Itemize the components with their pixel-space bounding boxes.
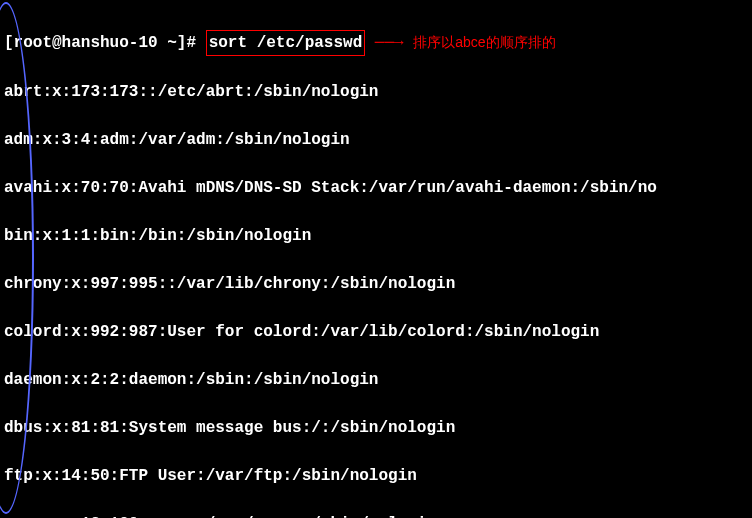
command-text: sort /etc/passwd	[209, 34, 363, 52]
output-line: abrt:x:173:173::/etc/abrt:/sbin/nologin	[4, 80, 748, 104]
output-line: ftp:x:14:50:FTP User:/var/ftp:/sbin/nolo…	[4, 464, 748, 488]
shell-prompt: [root@hanshuo-10 ~]#	[4, 34, 206, 52]
command-highlight-box: sort /etc/passwd	[206, 30, 366, 56]
output-line: chrony:x:997:995::/var/lib/chrony:/sbin/…	[4, 272, 748, 296]
command-line: [root@hanshuo-10 ~]# sort /etc/passwd ──…	[4, 30, 748, 56]
output-line: colord:x:992:987:User for colord:/var/li…	[4, 320, 748, 344]
output-line: avahi:x:70:70:Avahi mDNS/DNS-SD Stack:/v…	[4, 176, 748, 200]
annotation-text: 排序以abce的顺序排的	[413, 34, 555, 50]
output-line: adm:x:3:4:adm:/var/adm:/sbin/nologin	[4, 128, 748, 152]
arrow-icon: ──→	[365, 34, 413, 52]
output-line: daemon:x:2:2:daemon:/sbin:/sbin/nologin	[4, 368, 748, 392]
output-line: bin:x:1:1:bin:/bin:/sbin/nologin	[4, 224, 748, 248]
output-line: dbus:x:81:81:System message bus:/:/sbin/…	[4, 416, 748, 440]
output-line: games:x:12:100:games:/usr/games:/sbin/no…	[4, 512, 748, 518]
terminal-output: [root@hanshuo-10 ~]# sort /etc/passwd ──…	[4, 6, 748, 518]
